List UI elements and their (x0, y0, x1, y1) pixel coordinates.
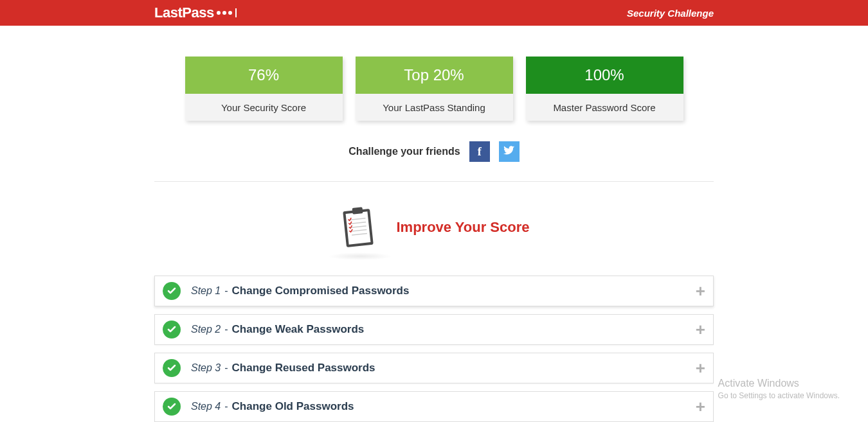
page-title: Security Challenge (627, 8, 714, 19)
expand-icon: + (696, 397, 705, 417)
brand-logo: LastPass (154, 4, 237, 21)
facebook-icon: f (478, 145, 482, 159)
master-password-card: 100% Master Password Score (526, 57, 683, 121)
brand-dots-icon (217, 8, 237, 17)
challenge-friends-row: Challenge your friends f (154, 141, 714, 182)
main-content: 76% Your Security Score Top 20% Your Las… (154, 26, 714, 422)
challenge-text: Challenge your friends (348, 146, 460, 157)
step-compromised[interactable]: Step 1 - Change Compromised Passwords + (154, 276, 714, 306)
steps-list: Step 1 - Change Compromised Passwords + … (154, 276, 714, 422)
step-title: Change Weak Passwords (232, 323, 365, 336)
svg-rect-1 (346, 211, 371, 244)
check-icon (163, 282, 181, 300)
step-number: Step 1 (191, 285, 221, 297)
step-weak[interactable]: Step 2 - Change Weak Passwords + (154, 314, 714, 345)
expand-icon: + (696, 358, 705, 378)
check-icon (163, 398, 181, 416)
improve-title: Improve Your Score (396, 219, 529, 236)
master-password-label: Master Password Score (526, 94, 683, 121)
facebook-share-button[interactable]: f (469, 141, 490, 162)
step-title: Change Old Passwords (232, 400, 354, 413)
step-old[interactable]: Step 4 - Change Old Passwords + (154, 391, 714, 422)
step-number: Step 2 (191, 324, 221, 335)
step-title: Change Reused Passwords (232, 362, 375, 374)
check-icon (163, 359, 181, 377)
standing-value: Top 20% (356, 57, 513, 94)
security-score-card: 76% Your Security Score (185, 57, 343, 121)
shadow-decoration (328, 252, 392, 260)
step-title: Change Compromised Passwords (232, 285, 410, 297)
twitter-share-button[interactable] (499, 141, 520, 162)
watermark-line2: Go to Settings to activate Windows. (718, 391, 840, 401)
twitter-icon (503, 145, 515, 159)
step-number: Step 3 (191, 362, 221, 374)
brand-text: LastPass (154, 4, 214, 21)
step-number: Step 4 (191, 401, 221, 412)
clipboard-icon (338, 205, 377, 250)
expand-icon: + (696, 320, 705, 340)
watermark-line1: Activate Windows (718, 376, 840, 391)
standing-label: Your LastPass Standing (356, 94, 513, 121)
header-bar: LastPass Security Challenge (0, 0, 868, 26)
security-score-value: 76% (185, 57, 343, 94)
step-reused[interactable]: Step 3 - Change Reused Passwords + (154, 353, 714, 383)
expand-icon: + (696, 281, 705, 301)
score-cards: 76% Your Security Score Top 20% Your Las… (154, 57, 714, 121)
windows-activation-watermark: Activate Windows Go to Settings to activ… (718, 376, 840, 401)
improve-section: Improve Your Score (154, 205, 714, 260)
check-icon (163, 321, 181, 338)
master-password-value: 100% (526, 57, 683, 94)
security-score-label: Your Security Score (185, 94, 343, 121)
standing-card: Top 20% Your LastPass Standing (356, 57, 513, 121)
svg-rect-2 (352, 207, 363, 215)
